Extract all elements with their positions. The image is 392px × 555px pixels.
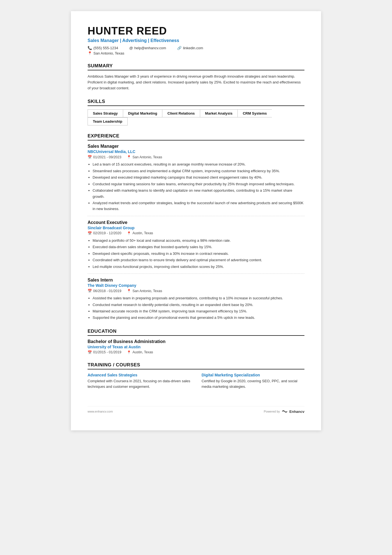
location-icon: 📍 <box>88 51 92 55</box>
bullet-item: Collaborated with marketing teams to ide… <box>93 188 304 199</box>
bullet-list: Led a team of 15 account executives, res… <box>88 161 304 212</box>
email-icon: @ <box>129 46 133 50</box>
bullet-item: Led multiple cross-functional projects, … <box>93 264 304 270</box>
enhancv-logo-icon <box>282 409 288 414</box>
powered-by-text: Powered by <box>264 410 280 413</box>
job-title: Account Executive <box>88 220 304 225</box>
training-item-title: Digital Marketing Specialization <box>202 373 304 377</box>
company-name: Sinclair Broadcast Group <box>88 226 304 230</box>
bullet-item: Coordinated with production teams to ens… <box>93 257 304 263</box>
email-contact: @ help@enhancv.com <box>129 46 166 50</box>
job-title: Sales Manager <box>88 144 304 149</box>
location-pin-icon: 📍 <box>127 350 131 354</box>
phone-value: (555) 555-1234 <box>93 46 118 50</box>
skill-tag: Client Relations <box>162 109 200 117</box>
skill-tag: Sales Strategy <box>88 109 123 117</box>
job-meta: 📅 02/2019 - 12/2020 📍 Austin, Texas <box>88 231 304 235</box>
enhancv-brand: Powered by Enhancv <box>264 409 304 414</box>
skills-title: SKILLS <box>88 99 304 106</box>
linkedin-value: linkedin.com <box>183 46 203 50</box>
training-item-text: Certified by Google in 2020, covering SE… <box>202 378 304 389</box>
contact-row: 📞 (555) 555-1234 @ help@enhancv.com 🔗 li… <box>88 46 304 50</box>
edu-degree: Bachelor of Business Administration <box>88 339 304 344</box>
linkedin-icon: 🔗 <box>177 46 182 50</box>
location-meta: 📍 San Antonio, Texas <box>127 289 162 293</box>
edu-location-item: 📍 Austin, Texas <box>127 350 153 354</box>
skill-tag: CRM Systems <box>237 109 272 117</box>
job-meta: 📅 01/2021 - 09/2023 📍 San Antonio, Texas <box>88 155 304 159</box>
training-title: TRAINING / COURSES <box>88 362 304 369</box>
calendar-icon: 📅 <box>88 289 92 293</box>
job-location: San Antonio, Texas <box>132 155 162 159</box>
skill-tag: Digital Marketing <box>123 109 162 117</box>
experience-section: EXPERIENCE Sales Manager NBCUniversal Me… <box>88 133 304 320</box>
summary-section: SUMMARY Ambitious Sales Manager with 3 y… <box>88 63 304 91</box>
job-title: Sales Intern <box>88 278 304 283</box>
experience-entries: Sales Manager NBCUniversal Media, LLC 📅 … <box>88 144 304 320</box>
bullet-item: Managed a portfolio of 50+ local and nat… <box>93 238 304 243</box>
edu-dates: 01/2015 - 01/2019 <box>93 350 121 354</box>
header: HUNTER REED Sales Manager | Advertising … <box>88 25 304 55</box>
calendar-icon: 📅 <box>88 155 92 159</box>
summary-title: SUMMARY <box>88 63 304 70</box>
dates-meta: 📅 06/2018 - 01/2019 <box>88 289 121 293</box>
edu-school: University of Texas at Austin <box>88 345 304 349</box>
bullet-item: Conducted regular training sessions for … <box>93 181 304 187</box>
skills-row: Sales StrategyDigital MarketingClient Re… <box>88 109 304 125</box>
dates-meta: 📅 02/2019 - 12/2020 <box>88 231 121 235</box>
job-location: Austin, Texas <box>132 231 153 235</box>
training-item: Digital Marketing Specialization Certifi… <box>202 373 304 389</box>
bullet-item: Streamlined sales processes and implemen… <box>93 168 304 174</box>
edu-meta: 📅 01/2015 - 01/2019 📍 Austin, Texas <box>88 350 304 354</box>
training-item-text: Completed with Coursera in 2021, focusin… <box>88 378 190 389</box>
job-meta: 📅 06/2018 - 01/2019 📍 San Antonio, Texas <box>88 289 304 293</box>
job-dates: 06/2018 - 01/2019 <box>93 289 121 293</box>
bullet-item: Developed and executed integrated market… <box>93 174 304 180</box>
edu-location: Austin, Texas <box>132 350 153 354</box>
bullet-list: Assisted the sales team in preparing pro… <box>88 295 304 321</box>
location-meta: 📍 Austin, Texas <box>127 231 153 235</box>
location-row: 📍 San Antonio, Texas <box>88 51 304 55</box>
pin-icon: 📍 <box>127 155 131 159</box>
calendar-icon: 📅 <box>88 350 92 354</box>
training-grid: Advanced Sales Strategies Completed with… <box>88 373 304 389</box>
calendar-icon: 📅 <box>88 231 92 235</box>
edu-dates-item: 📅 01/2015 - 01/2019 <box>88 350 121 354</box>
bullet-item: Developed client-specific proposals, res… <box>93 251 304 256</box>
pin-icon: 📍 <box>127 289 131 293</box>
bullet-item: Executed data-driven sales strategies th… <box>93 244 304 250</box>
company-name: NBCUniversal Media, LLC <box>88 149 304 154</box>
pin-icon: 📍 <box>127 231 131 235</box>
bullet-item: Assisted the sales team in preparing pro… <box>93 295 304 301</box>
enhancv-brand-name: Enhancv <box>289 410 304 414</box>
bullet-item: Maintained accurate records in the CRM s… <box>93 308 304 314</box>
training-section: TRAINING / COURSES Advanced Sales Strate… <box>88 362 304 389</box>
bullet-item: Analyzed market trends and competitor st… <box>93 200 304 212</box>
candidate-name: HUNTER REED <box>88 25 304 37</box>
education-section: EDUCATION Bachelor of Business Administr… <box>88 329 304 354</box>
training-item: Advanced Sales Strategies Completed with… <box>88 373 190 389</box>
company-name: The Walt Disney Company <box>88 283 304 288</box>
skill-tag: Team Leadership <box>88 117 128 125</box>
email-value: help@enhancv.com <box>134 46 166 50</box>
job-dates: 01/2021 - 09/2023 <box>93 155 121 159</box>
training-item-title: Advanced Sales Strategies <box>88 373 190 377</box>
skill-tag: Market Analysis <box>200 109 238 117</box>
phone-contact: 📞 (555) 555-1234 <box>88 46 118 50</box>
phone-icon: 📞 <box>88 46 92 50</box>
candidate-title: Sales Manager | Advertising | Effectiven… <box>88 38 304 43</box>
experience-entry: Account Executive Sinclair Broadcast Gro… <box>88 216 304 270</box>
linkedin-contact: 🔗 linkedin.com <box>177 46 203 50</box>
experience-entry: Sales Manager NBCUniversal Media, LLC 📅 … <box>88 144 304 212</box>
education-title: EDUCATION <box>88 329 304 336</box>
experience-entry: Sales Intern The Walt Disney Company 📅 0… <box>88 273 304 321</box>
location-value: San Antonio, Texas <box>93 51 124 55</box>
experience-title: EXPERIENCE <box>88 133 304 140</box>
job-location: San Antonio, Texas <box>132 289 162 293</box>
bullet-item: Conducted market research to identify po… <box>93 302 304 308</box>
location-meta: 📍 San Antonio, Texas <box>127 155 162 159</box>
bullet-item: Supported the planning and execution of … <box>93 315 304 320</box>
skills-section: SKILLS Sales StrategyDigital MarketingCl… <box>88 99 304 125</box>
page-footer: www.enhancv.com Powered by Enhancv <box>88 406 304 414</box>
summary-text: Ambitious Sales Manager with 3 years of … <box>88 74 304 91</box>
